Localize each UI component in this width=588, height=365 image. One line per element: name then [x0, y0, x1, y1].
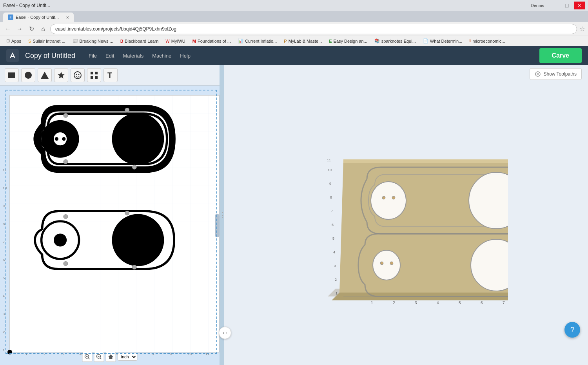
back-button[interactable]: ←: [3, 24, 13, 34]
username: Dennis: [531, 3, 544, 8]
zoom-out-button[interactable]: [94, 352, 104, 362]
bookmark-foundations[interactable]: M Foundations of ...: [189, 38, 234, 44]
unit-selector[interactable]: inch mm: [118, 353, 138, 361]
svg-marker-4: [41, 72, 49, 79]
sparknotes-icon: 📚: [374, 38, 380, 43]
active-tab[interactable]: E Easel - Copy of Untit... ×: [3, 13, 74, 22]
bookmarks-bar: ⊞ Apps S Sullair Intranet ... 📰 Breaking…: [0, 36, 588, 46]
svg-text:6: 6: [481, 301, 483, 305]
help-button[interactable]: ?: [564, 322, 580, 338]
tab-close-button[interactable]: ×: [66, 14, 69, 20]
svg-marker-44: [343, 159, 508, 163]
svg-point-56: [390, 262, 393, 265]
zoom-in-button[interactable]: [82, 352, 93, 362]
triangle-tool[interactable]: [38, 68, 52, 82]
svg-point-8: [78, 74, 80, 75]
svg-text:2: 2: [393, 301, 395, 305]
bookmark-sullair[interactable]: S Sullair Intranet ...: [25, 38, 69, 44]
window-title: Easel - Copy of Untit...: [3, 3, 528, 8]
menu-edit[interactable]: Edit: [102, 51, 118, 60]
canvas-background: 1 2 3 4 5 6 7 8 9 10 11 1: [9, 95, 220, 352]
preview-panel: Show Toolpaths: [224, 65, 588, 365]
minimize-button[interactable]: –: [549, 2, 560, 9]
app-logo: [6, 49, 19, 62]
svg-point-32: [132, 265, 136, 269]
origin-dot: [7, 350, 12, 354]
menu-help[interactable]: Help: [176, 51, 194, 60]
svg-text:3: 3: [334, 264, 336, 268]
menu-machine[interactable]: Machine: [148, 51, 175, 60]
star-tool[interactable]: [54, 68, 68, 82]
bookmark-inflation[interactable]: 📊 Current Inflatio...: [235, 38, 280, 44]
menu-bar: File Edit Materials Machine Help: [85, 51, 194, 60]
menu-materials[interactable]: Materials: [119, 51, 147, 60]
svg-point-17: [55, 137, 58, 141]
forward-button[interactable]: →: [15, 24, 24, 34]
svg-text:5: 5: [332, 237, 334, 240]
svg-text:6: 6: [332, 223, 334, 227]
menu-file[interactable]: File: [85, 51, 101, 60]
rectangle-icon: [7, 71, 16, 80]
y-ruler: 1 2 3 4 5 6 7 8 9 10 11: [2, 96, 10, 352]
grid-icon: [90, 71, 98, 80]
emoji-tool[interactable]: [71, 68, 85, 82]
tab-title: Easel - Copy of Untit...: [16, 15, 64, 20]
fit-to-screen-button[interactable]: [106, 352, 116, 362]
bookmark-blackboard[interactable]: B Blackboard Learn: [117, 38, 162, 44]
svg-rect-9: [91, 72, 93, 74]
swap-panels-button[interactable]: ↔: [219, 327, 231, 339]
zoom-out-icon: [96, 354, 102, 360]
ellipse-tool[interactable]: [21, 68, 35, 82]
svg-text:10: 10: [328, 168, 332, 172]
easy-design-icon: E: [329, 39, 332, 43]
window-controls: Dennis – □ ×: [531, 2, 585, 9]
zoom-in-icon: [85, 354, 90, 360]
address-bar: ← → ↻ ⌂ easel.inventables.com/projects/b…: [0, 22, 588, 36]
bookmark-sparknotes[interactable]: 📚 sparknotes Equi...: [371, 38, 419, 44]
shape-toolbar: T: [0, 65, 220, 86]
svg-text:4: 4: [437, 301, 439, 305]
what-determines-icon: 📄: [423, 38, 428, 43]
svg-point-49: [382, 196, 385, 199]
tab-favicon: E: [8, 14, 13, 20]
home-button[interactable]: ⌂: [38, 24, 48, 34]
3d-preview-svg: 1 2 3 4 5 6 7 8 9 10 11 1 2 3 4 5: [304, 140, 508, 308]
svg-point-50: [392, 196, 395, 199]
bookmark-myiwu[interactable]: W MyIWU: [162, 38, 188, 44]
svg-point-20: [125, 108, 129, 112]
url-input[interactable]: easel.inventables.com/projects/bbqid4Qj5…: [50, 24, 577, 34]
panel-resize-handle[interactable]: ⋮: [220, 65, 224, 365]
bookmark-star[interactable]: ☆: [579, 25, 585, 33]
reload-button[interactable]: ↻: [27, 24, 36, 34]
svg-rect-11: [91, 76, 93, 79]
grid-tool[interactable]: [87, 68, 101, 82]
svg-text:1: 1: [371, 301, 373, 305]
svg-point-7: [76, 74, 77, 75]
svg-point-26: [55, 238, 58, 242]
bookmark-mylab[interactable]: P MyLab & Maste...: [281, 38, 325, 44]
app-header: Copy of Untitled File Edit Materials Mac…: [0, 46, 588, 65]
bookmark-breaking-news[interactable]: 📰 Breaking News ...: [69, 38, 116, 44]
bookmark-easy-design[interactable]: E Easy Design an...: [326, 38, 370, 44]
design-shapes-svg: [10, 96, 219, 352]
close-window-button[interactable]: ×: [574, 2, 585, 9]
svg-point-28: [112, 214, 164, 266]
svg-point-31: [64, 261, 68, 266]
carve-button[interactable]: Carve: [539, 48, 582, 63]
text-tool[interactable]: T: [103, 68, 118, 82]
design-canvas[interactable]: 1 2 3 4 5 6 7 8 9 10 11 1: [0, 86, 220, 365]
svg-rect-10: [95, 72, 98, 74]
mylab-icon: P: [284, 39, 287, 43]
bookmark-what-determines[interactable]: 📄 What Determin...: [420, 38, 466, 44]
svg-marker-5: [58, 72, 65, 79]
vertical-scrollbar[interactable]: [215, 214, 220, 237]
rectangle-tool[interactable]: [5, 68, 19, 82]
svg-rect-12: [95, 76, 98, 79]
apps-icon: ⊞: [6, 38, 10, 43]
bookmark-apps[interactable]: ⊞ Apps: [3, 38, 24, 44]
svg-point-41: [535, 72, 540, 76]
app-container: Copy of Untitled File Edit Materials Mac…: [0, 46, 588, 365]
maximize-button[interactable]: □: [561, 2, 572, 9]
show-toolpaths-button[interactable]: Show Toolpaths: [530, 68, 582, 80]
bookmark-microeconomic[interactable]: ℹ microeconomic...: [466, 38, 508, 44]
